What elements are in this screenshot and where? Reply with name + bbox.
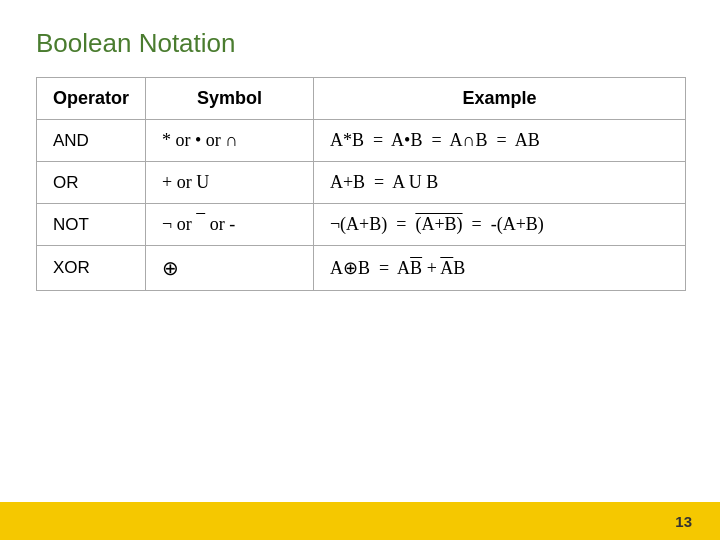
table-row: OR + or U A+B = A U B (37, 162, 686, 204)
symbol-and: * or • or ∩ (146, 120, 314, 162)
example-and: A*B = A•B = A∩B = AB (313, 120, 685, 162)
header-symbol: Symbol (146, 78, 314, 120)
example-xor: A⊕B = AB + AB (313, 246, 685, 291)
page-title: Boolean Notation (0, 0, 720, 77)
header-example: Example (313, 78, 685, 120)
symbol-xor: ⊕ (146, 246, 314, 291)
symbol-or: + or U (146, 162, 314, 204)
operator-xor: XOR (37, 246, 146, 291)
table-row: XOR ⊕ A⊕B = AB + AB (37, 246, 686, 291)
boolean-table-container: Operator Symbol Example AND * or • or ∩ … (36, 77, 684, 291)
boolean-table: Operator Symbol Example AND * or • or ∩ … (36, 77, 686, 291)
example-not: ¬(A+B) = (A+B) = -(A+B) (313, 204, 685, 246)
header-operator: Operator (37, 78, 146, 120)
page-number: 13 (675, 513, 692, 530)
operator-not: NOT (37, 204, 146, 246)
symbol-not: ¬ or or - (146, 204, 314, 246)
footer-bar: 13 (0, 502, 720, 540)
example-or: A+B = A U B (313, 162, 685, 204)
table-row: NOT ¬ or or - ¬(A+B) = (A+B) = -(A+B) (37, 204, 686, 246)
operator-or: OR (37, 162, 146, 204)
table-row: AND * or • or ∩ A*B = A•B = A∩B = AB (37, 120, 686, 162)
operator-and: AND (37, 120, 146, 162)
